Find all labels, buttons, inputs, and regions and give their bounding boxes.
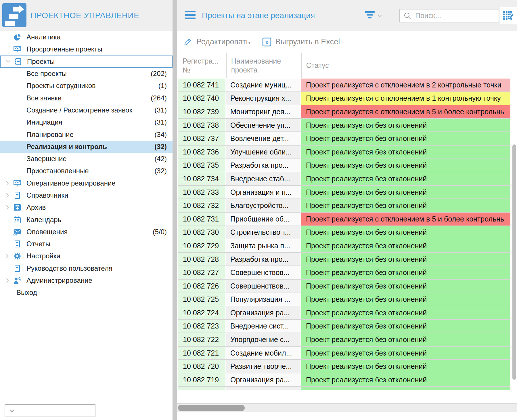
project-name-cell: Реконструкция х... xyxy=(226,92,301,105)
table-edit-button[interactable] xyxy=(500,7,517,24)
sidebar-item-calendar[interactable]: Календарь xyxy=(0,213,173,226)
sidebar-item-operational-response[interactable]: Оперативное реагирование xyxy=(0,177,173,189)
edit-button[interactable]: Редактировать xyxy=(183,37,250,47)
filter-icon[interactable] xyxy=(365,11,375,19)
sidebar-item-label: Реализация и контроль xyxy=(26,143,107,151)
sidebar-item-overdue-projects[interactable]: Просроченные проекты xyxy=(0,43,173,55)
sidebar-item-count: (5/0) xyxy=(153,228,167,236)
table-row[interactable]: 10 082 726Совершенствов...Проект реализу… xyxy=(178,280,510,293)
sidebar-item-implementation-control[interactable]: Реализация и контроль(32) xyxy=(0,141,173,153)
column-header-registration-number[interactable]: Регистра... № xyxy=(178,53,227,78)
table-row[interactable]: 10 082 733Организация и п...Проект реали… xyxy=(178,186,510,199)
sidebar-item-archive[interactable]: Архив xyxy=(0,201,173,213)
status-cell: Проект реализуется без отклонений xyxy=(301,119,510,132)
calendar-icon xyxy=(13,216,21,224)
excel-icon: x xyxy=(262,37,271,47)
sidebar-item-count: (34) xyxy=(154,131,167,139)
table-row[interactable]: 10 082 730Строительство т...Проект реали… xyxy=(178,226,510,240)
chevron-right-icon[interactable] xyxy=(4,253,11,259)
registration-number-cell: 10 082 741 xyxy=(178,79,226,91)
table-row[interactable]: 10 082 724Организация ра...Проект реализ… xyxy=(178,306,510,320)
chevron-down-icon[interactable] xyxy=(5,58,12,65)
table-row[interactable]: 10 082 731Приобщение об...Проект реализу… xyxy=(178,213,510,226)
table-row[interactable]: 10 082 735Разработка про...Проект реализ… xyxy=(178,159,510,173)
table-row[interactable]: 10 082 721Создание мобил...Проект реализ… xyxy=(178,347,510,360)
table-row[interactable] xyxy=(178,387,510,390)
sidebar-item-all-requests[interactable]: Все заявки(264) xyxy=(0,92,173,104)
filter-chevron-down-icon[interactable] xyxy=(377,13,383,19)
table-row[interactable]: 10 082 722Упорядочение с...Проект реализ… xyxy=(178,333,510,347)
sidebar-item-completion[interactable]: Завершение(42) xyxy=(0,153,173,165)
export-excel-button[interactable]: x Выгрузить в Excel xyxy=(262,37,340,47)
archive-icon xyxy=(13,203,21,211)
sidebar-header: ПРОЕКТНОЕ УПРАВЛЕНИЕ xyxy=(0,0,173,31)
sidebar-item-analytics[interactable]: Аналитика xyxy=(0,31,173,43)
chevron-right-icon[interactable] xyxy=(4,192,11,199)
table-row[interactable]: 10 082 725Популяризация ...Проект реализ… xyxy=(178,293,510,307)
table-row[interactable]: 10 082 739Мониторинг дея...Проект реализ… xyxy=(178,105,510,119)
table-row[interactable]: 10 082 727Совершенствов...Проект реализу… xyxy=(178,266,510,280)
table-row[interactable]: 10 082 740Реконструкция х...Проект реали… xyxy=(178,92,510,106)
sidebar-item-all-projects[interactable]: Все проекты(202) xyxy=(0,68,173,80)
edit-button-label: Редактировать xyxy=(196,37,250,46)
table-row[interactable]: 10 082 723Внедрение сист...Проект реализ… xyxy=(178,320,510,333)
sidebar-item-planning[interactable]: Планирование(34) xyxy=(0,128,173,140)
table-row[interactable]: 10 082 719Организация ра...Проект реализ… xyxy=(178,373,510,387)
sidebar-item-projects[interactable]: Проекты xyxy=(0,56,173,68)
gear-icon xyxy=(13,252,21,260)
sidebar-item-count: (31) xyxy=(154,118,167,126)
table-row[interactable]: 10 082 738Обеспечение уп...Проект реализ… xyxy=(178,119,510,132)
flow-steps-logo-icon xyxy=(2,3,26,27)
registration-number-cell: 10 082 730 xyxy=(178,226,226,239)
sidebar-item-settings[interactable]: Настройки xyxy=(0,250,173,262)
hamburger-icon[interactable] xyxy=(185,11,196,19)
status-cell: Проект реализуется без отклонений xyxy=(301,186,510,199)
sidebar-item-employee-projects[interactable]: Проекты сотрудников(1) xyxy=(0,80,173,92)
project-name-cell: Разработка про... xyxy=(226,159,301,172)
sidebar-item-label: Отчеты xyxy=(26,240,50,248)
table-row[interactable]: 10 082 732Благоустройств...Проект реализ… xyxy=(178,199,510,213)
column-header-status[interactable]: Статус xyxy=(302,53,510,78)
status-cell: Проект реализуется без отклонений xyxy=(301,293,510,306)
table-row[interactable]: 10 082 737Вовлечение дет...Проект реализ… xyxy=(178,132,510,146)
status-cell: Проект реализуется без отклонений xyxy=(301,373,510,386)
chevron-right-icon[interactable] xyxy=(4,204,11,211)
sidebar-item-create-review-requests[interactable]: Создание / Рассмотрение заявок(31) xyxy=(0,104,173,116)
table-row[interactable]: 10 082 734Внедрение стаб...Проект реализ… xyxy=(178,172,510,186)
table-row[interactable]: 10 082 729Защита рынка п...Проект реализ… xyxy=(178,239,510,253)
project-name-cell: Развитие творче... xyxy=(226,360,301,373)
horizontal-scrollbar[interactable] xyxy=(177,403,517,412)
status-cell xyxy=(301,387,510,390)
sidebar-item-label: Планирование xyxy=(26,131,74,139)
registration-number-cell: 10 082 724 xyxy=(178,306,226,319)
horizontal-scrollbar-thumb[interactable] xyxy=(178,405,245,411)
column-header-project-name[interactable]: Наименование проекта xyxy=(227,53,302,78)
status-cell: Проект реализуется с отклонением в 5 и б… xyxy=(301,213,510,226)
table-row[interactable]: 10 082 720Развитие творче...Проект реали… xyxy=(178,360,510,373)
sidebar-item-user-guide[interactable]: Руководство пользователя xyxy=(0,262,173,274)
sidebar-item-logout[interactable]: Выход xyxy=(0,287,173,299)
table-row[interactable]: 10 082 728Разработка про...Проект реализ… xyxy=(178,253,510,266)
sidebar-item-count: (264) xyxy=(151,94,167,102)
sidebar-item-directories[interactable]: Справочники xyxy=(0,189,173,201)
sidebar-item-suspended[interactable]: Приостановленные(32) xyxy=(0,165,173,177)
main-panel: Проекты на этапе реализация xyxy=(177,0,517,420)
registration-number-cell: 10 082 720 xyxy=(178,360,226,373)
sidebar-footer-dropdown[interactable] xyxy=(5,404,95,417)
vertical-scrollbar-thumb[interactable] xyxy=(512,144,516,380)
sidebar-item-label: Инициация xyxy=(26,118,62,126)
sidebar-item-reports[interactable]: Отчеты xyxy=(0,238,173,250)
project-name-cell: Совершенствов... xyxy=(226,280,301,293)
table-row[interactable]: 10 082 736Улучшение обли...Проект реализ… xyxy=(178,146,510,159)
sidebar-item-label: Оперативное реагирование xyxy=(26,179,116,187)
chevron-right-icon[interactable] xyxy=(4,180,11,187)
user-gear-icon xyxy=(13,276,21,285)
sidebar-item-initiation[interactable]: Инициация(31) xyxy=(0,116,173,128)
chevron-right-icon[interactable] xyxy=(4,277,11,284)
sidebar-item-notifications[interactable]: Оповещения(5/0) xyxy=(0,226,173,238)
search-input[interactable] xyxy=(415,11,496,20)
sidebar-item-administration[interactable]: Администрирование xyxy=(0,274,173,287)
pencil-icon xyxy=(183,37,192,47)
table-row[interactable]: 10 082 741Создание муниц...Проект реализ… xyxy=(178,79,510,92)
status-cell: Проект реализуется без отклонений xyxy=(301,360,510,373)
